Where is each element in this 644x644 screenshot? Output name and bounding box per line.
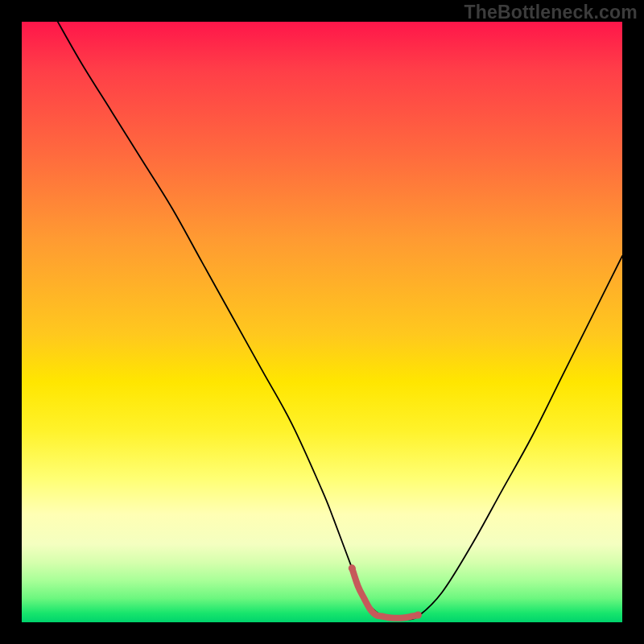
trough-endpoint — [415, 612, 422, 619]
trough-endpoint — [349, 564, 356, 572]
watermark-label: TheBottleneck.com — [464, 2, 638, 23]
series-red-trough-highlight — [352, 568, 418, 618]
series-black-curve — [58, 22, 622, 620]
chart-svg — [22, 22, 622, 622]
chart-container: TheBottleneck.com — [0, 0, 644, 644]
plot-area — [22, 22, 622, 622]
